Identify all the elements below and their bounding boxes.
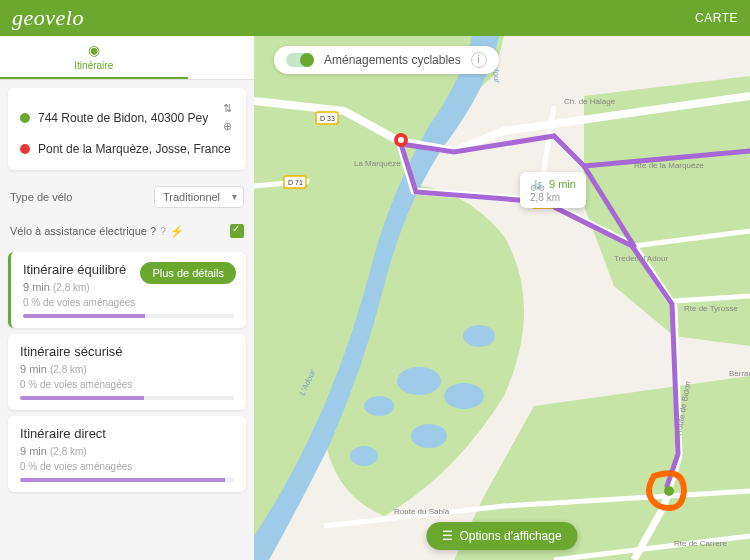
route-balanced[interactable]: Itinéraire équilibré Plus de détails 9 m… xyxy=(8,252,246,328)
destination-field[interactable]: Pont de la Marquèze, Josse, France xyxy=(20,138,234,160)
cycle-lanes-toggle[interactable]: Aménagements cyclables i xyxy=(274,46,499,74)
svg-text:D 33: D 33 xyxy=(320,115,335,122)
progress-bar xyxy=(23,314,234,318)
add-stop-icon[interactable]: ⊕ xyxy=(220,120,234,134)
svg-text:Route du Sabla: Route du Sabla xyxy=(394,507,450,516)
header-map-link[interactable]: CARTE xyxy=(695,11,738,25)
switch-icon[interactable] xyxy=(286,53,314,67)
svg-point-1 xyxy=(397,367,441,395)
svg-text:Tredem l'Adour: Tredem l'Adour xyxy=(614,254,668,263)
tab-itinerary[interactable]: ◉ Itinéraire xyxy=(0,36,188,79)
origin-text: 744 Route de Bidon, 40300 Pey xyxy=(38,111,208,125)
details-button[interactable]: Plus de détails xyxy=(140,262,236,284)
bolt-icon: ⚡ xyxy=(170,225,184,238)
progress-bar xyxy=(20,396,234,400)
destination-text: Pont de la Marquèze, Josse, France xyxy=(38,142,231,156)
logo: geovelo xyxy=(12,5,84,31)
svg-point-6 xyxy=(463,325,495,347)
svg-point-9 xyxy=(664,486,674,496)
ebike-checkbox[interactable] xyxy=(230,224,244,238)
destination-dot-icon xyxy=(20,144,30,154)
route-popup[interactable]: 🚲9 min 2,8 km xyxy=(520,172,586,208)
bike-type-row: Type de vélo Traditionnel xyxy=(0,178,254,216)
svg-point-3 xyxy=(444,383,484,409)
info-icon[interactable]: i xyxy=(471,52,487,68)
route-direct[interactable]: Itinéraire direct 9 min (2,8 km) 0 % de … xyxy=(8,416,246,492)
display-options-button[interactable]: ☰ Options d'affichage xyxy=(426,522,577,550)
svg-text:Ch. de Halage: Ch. de Halage xyxy=(564,97,616,106)
origin-field[interactable]: 744 Route de Bidon, 40300 Pey ⇅ ⊕ xyxy=(20,98,234,138)
bike-icon: 🚲 xyxy=(530,177,545,191)
target-icon: ◉ xyxy=(88,42,100,58)
progress-bar xyxy=(20,478,234,482)
svg-text:D 71: D 71 xyxy=(288,179,303,186)
svg-point-2 xyxy=(364,396,394,416)
svg-text:La Marquèze: La Marquèze xyxy=(354,159,401,168)
svg-text:Rte de Carrere: Rte de Carrere xyxy=(674,539,727,548)
svg-text:Berraut: Berraut xyxy=(729,369,750,378)
svg-text:Rte de Tyrosse: Rte de Tyrosse xyxy=(684,304,738,313)
swap-icon[interactable]: ⇅ xyxy=(220,102,234,116)
svg-point-5 xyxy=(350,446,378,466)
svg-point-4 xyxy=(411,424,447,448)
map-canvas[interactable]: D 33 D 71 D 33 La Marquèze Ch. de Halage… xyxy=(254,36,750,560)
ebike-row: Vélo à assistance électrique ? ? ⚡ xyxy=(0,216,254,246)
svg-text:Rte de la Marquèze: Rte de la Marquèze xyxy=(634,161,704,170)
bike-type-select[interactable]: Traditionnel xyxy=(154,186,244,208)
route-secure[interactable]: Itinéraire sécurisé 9 min (2,8 km) 0 % d… xyxy=(8,334,246,410)
bike-type-label: Type de vélo xyxy=(10,191,72,203)
svg-point-8 xyxy=(398,137,404,143)
help-icon[interactable]: ? xyxy=(160,226,166,237)
sidebar: 744 Route de Bidon, 40300 Pey ⇅ ⊕ Pont d… xyxy=(0,80,254,560)
app-header: geovelo CARTE xyxy=(0,0,750,36)
waypoints-card: 744 Route de Bidon, 40300 Pey ⇅ ⊕ Pont d… xyxy=(8,88,246,170)
layers-icon: ☰ xyxy=(442,529,453,543)
ebike-label: Vélo à assistance électrique ? xyxy=(10,225,156,237)
origin-dot-icon xyxy=(20,113,30,123)
